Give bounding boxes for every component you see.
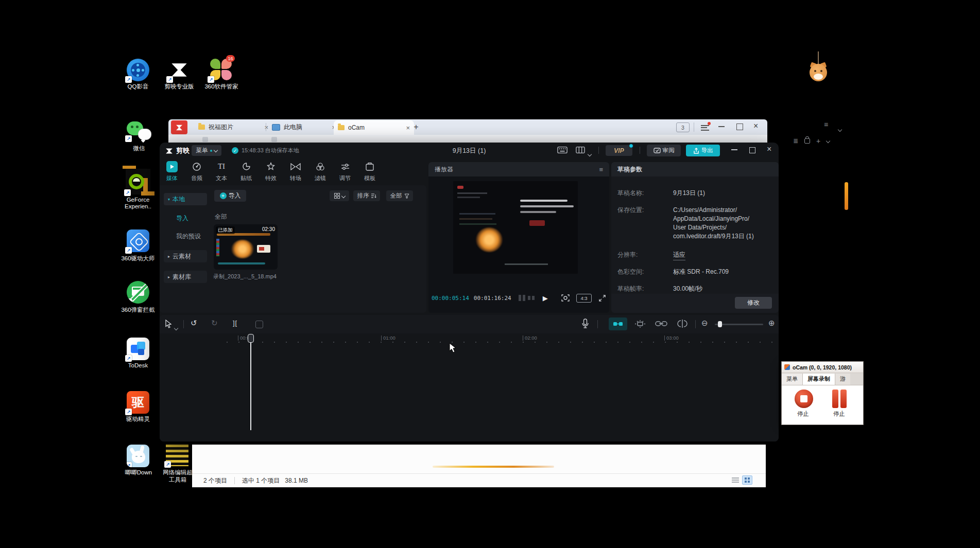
thumbnail-view-button[interactable] <box>742 475 752 485</box>
sidebar-item-presets[interactable]: 我的预设 <box>176 232 201 241</box>
ocam-title: oCam (0, 0, 1920, 1080) <box>793 364 852 370</box>
redo-icon[interactable]: ↻ <box>211 319 218 328</box>
slider-handle[interactable] <box>718 321 722 327</box>
tab-templates[interactable]: 模板 <box>357 161 382 182</box>
preview-quality-icon[interactable] <box>561 294 570 302</box>
funnel-icon <box>404 193 409 199</box>
tab-transitions[interactable]: 转场 <box>283 161 308 182</box>
ocam-stop-record-label: 停止 <box>797 410 809 418</box>
ocam-pause-bar-left[interactable] <box>832 390 838 408</box>
tab-effects[interactable]: 特效 <box>259 161 283 182</box>
desktop-icon-capcut[interactable]: ↗ <box>168 59 192 82</box>
close-window-button[interactable]: × <box>767 145 771 154</box>
timeline-zoom-slider[interactable] <box>715 324 763 325</box>
tab-adjust[interactable]: 调节 <box>333 161 357 182</box>
new-tab-button[interactable]: + <box>410 121 422 133</box>
desktop-icon-webtool[interactable]: ↗ <box>166 445 190 468</box>
list-icon[interactable]: ≣ <box>793 137 798 145</box>
ocam-titlebar[interactable]: oCam (0, 0, 1920, 1080) <box>782 362 863 373</box>
ocam-pause-bar-right[interactable] <box>840 390 847 408</box>
undo-icon[interactable]: ↺ <box>191 319 197 328</box>
chevron-down-icon[interactable] <box>838 124 841 133</box>
sidebar-item-library[interactable]: ▸素材库 <box>164 271 207 283</box>
sidebar-item-import[interactable]: 导入 <box>176 214 188 223</box>
export-button[interactable]: 导出 <box>686 145 720 156</box>
playhead-handle[interactable] <box>248 334 254 343</box>
desktop-icon-label: 360弹窗拦截 <box>112 307 164 313</box>
playhead-line[interactable] <box>250 335 251 430</box>
delete-icon[interactable] <box>255 321 263 328</box>
player-header: 播放器 ≡ <box>428 162 609 176</box>
desktop-icon-360soft[interactable]: 16 ↗ <box>209 58 234 82</box>
sidebar-item-cloud[interactable]: ▸云素材 <box>164 250 207 262</box>
view-mode-button[interactable] <box>330 190 349 201</box>
tab-filters[interactable]: 滤镜 <box>308 161 333 182</box>
desktop-icon-jijidown[interactable]: ↗ <box>127 445 150 468</box>
details-view-icon[interactable] <box>732 477 739 483</box>
fullscreen-icon[interactable] <box>598 294 606 302</box>
auto-snap-icon[interactable] <box>634 320 646 328</box>
add-icon[interactable]: + <box>816 137 820 145</box>
sidebar-item-local[interactable]: ▾本地 <box>164 193 207 205</box>
param-value-resolution[interactable]: 适应 <box>673 251 685 260</box>
tab-media[interactable]: 媒体 <box>160 161 184 182</box>
ocam-stop-record-button[interactable] <box>795 390 813 408</box>
tab-text[interactable]: TI 文本 <box>209 161 234 182</box>
tab-ocam-active[interactable]: oCam × <box>334 120 414 135</box>
aspect-ratio-button[interactable]: 4:3 <box>576 294 592 303</box>
chevron-down-icon[interactable] <box>826 139 830 143</box>
desktop-icon-geforce[interactable]: ↗ <box>126 169 151 196</box>
maximize-button[interactable] <box>736 123 743 130</box>
maximize-button[interactable] <box>749 147 755 153</box>
tab-blessing-images[interactable]: 祝福图片 × <box>194 120 272 134</box>
minimize-button[interactable] <box>731 149 737 150</box>
shortcuts-keyboard-icon[interactable] <box>557 146 568 154</box>
chevron-down-icon[interactable] <box>175 323 178 332</box>
explorer-tab-bar: 祝福图片 × 此电脑 × oCam × + 3 × <box>168 119 767 135</box>
close-tab-icon[interactable]: × <box>406 124 410 132</box>
tab-count-badge[interactable]: 3 <box>676 122 690 132</box>
desktop-icon-wechat[interactable]: ↗ <box>127 120 151 144</box>
ocam-tab-screen-record[interactable]: 屏幕录制 <box>803 374 835 385</box>
layout-switch-icon[interactable] <box>576 146 585 154</box>
split-icon[interactable]: ][ <box>233 319 237 327</box>
play-button[interactable]: ▶ <box>543 294 548 302</box>
desktop-icon-drivergenius[interactable]: 驱 ↗ <box>127 391 150 415</box>
ocam-tab-menu[interactable]: 菜单 <box>782 374 803 385</box>
menu-icon[interactable] <box>701 123 709 132</box>
player-menu-icon[interactable]: ≡ <box>599 166 603 173</box>
tab-sticker[interactable]: 贴纸 <box>234 161 259 182</box>
record-voiceover-icon[interactable] <box>582 319 589 329</box>
desktop-icon-todesk[interactable]: ↗ <box>127 338 150 361</box>
import-button[interactable]: + 导入 <box>214 190 246 202</box>
zoom-out-icon[interactable]: ⊖ <box>701 319 708 328</box>
review-button[interactable]: 审阅 <box>647 145 681 156</box>
media-thumbnail[interactable]: 已添加 02:30 <box>214 224 278 270</box>
shortcut-arrow-icon: ↗ <box>127 298 132 304</box>
frame-forward-icon[interactable] <box>528 295 535 301</box>
timeline-ruler-ticks[interactable] <box>227 342 772 343</box>
shortcut-arrow-icon: ↗ <box>127 462 132 467</box>
filter-button[interactable]: 全部 <box>386 190 413 201</box>
linkage-icon[interactable] <box>655 321 667 327</box>
select-tool-icon[interactable] <box>165 320 173 328</box>
zoom-in-icon[interactable]: ⊕ <box>768 319 775 328</box>
main-track-magnet-toggle[interactable] <box>609 317 627 330</box>
desktop-icon-qqplayer[interactable]: ↗ <box>127 59 150 82</box>
minimize-button[interactable] <box>718 126 725 127</box>
frame-back-icon[interactable] <box>519 295 525 301</box>
bg-window-menu-icon[interactable]: ≡ <box>824 120 828 129</box>
vip-badge[interactable]: VIP <box>606 145 632 156</box>
tab-this-pc[interactable]: 此电脑 × <box>268 120 340 134</box>
desktop-icon-360popup[interactable]: ↗ <box>127 281 150 305</box>
preview-axis-icon[interactable] <box>677 320 688 328</box>
ocam-tab-game[interactable]: 游 <box>835 374 850 385</box>
sort-button[interactable]: 排序 <box>353 190 380 201</box>
modify-button[interactable]: 修改 <box>735 297 772 309</box>
desktop-icon-360driver[interactable]: ↗ <box>127 229 150 253</box>
chevron-down-icon[interactable] <box>588 149 591 158</box>
tab-audio[interactable]: 音频 <box>184 161 209 182</box>
close-window-button[interactable]: × <box>753 121 758 131</box>
lock-icon[interactable] <box>804 138 810 144</box>
timeline-body: 00:00 01:00 02:00 03:00 封面 录制_2023_09_13… <box>160 333 779 441</box>
